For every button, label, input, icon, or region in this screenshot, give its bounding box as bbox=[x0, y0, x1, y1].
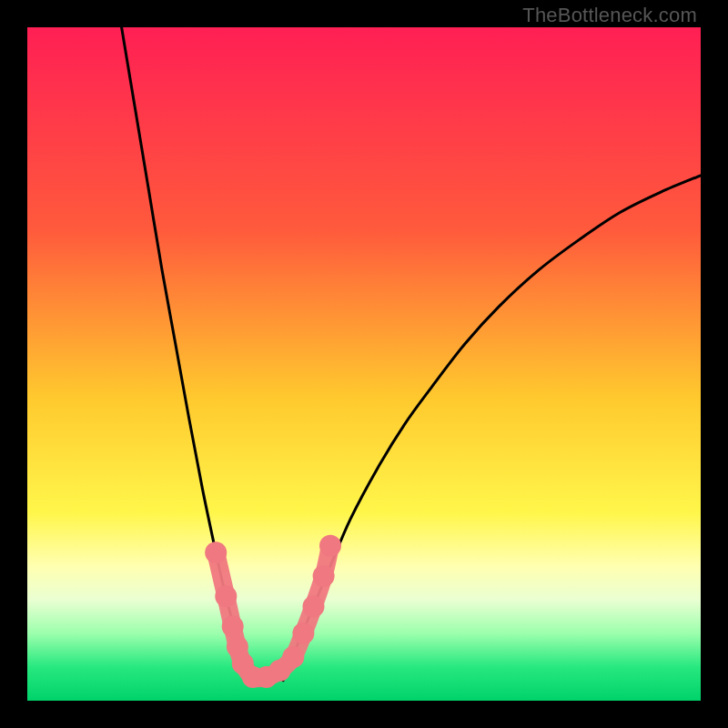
chart-curves bbox=[27, 27, 701, 701]
marker-dot bbox=[292, 622, 314, 644]
watermark-text: TheBottleneck.com bbox=[522, 4, 697, 27]
marker-dot bbox=[282, 646, 304, 668]
marker-dot bbox=[313, 565, 335, 587]
curve-right-branch bbox=[283, 176, 701, 681]
marker-dot bbox=[205, 541, 227, 563]
curve-left-branch bbox=[122, 27, 253, 681]
chart-frame: TheBottleneck.com bbox=[0, 0, 728, 728]
marker-dot bbox=[222, 616, 244, 638]
marker-dot bbox=[303, 595, 325, 617]
marker-dot bbox=[215, 585, 237, 607]
marker-dot bbox=[319, 535, 341, 557]
plot-area bbox=[27, 27, 701, 701]
